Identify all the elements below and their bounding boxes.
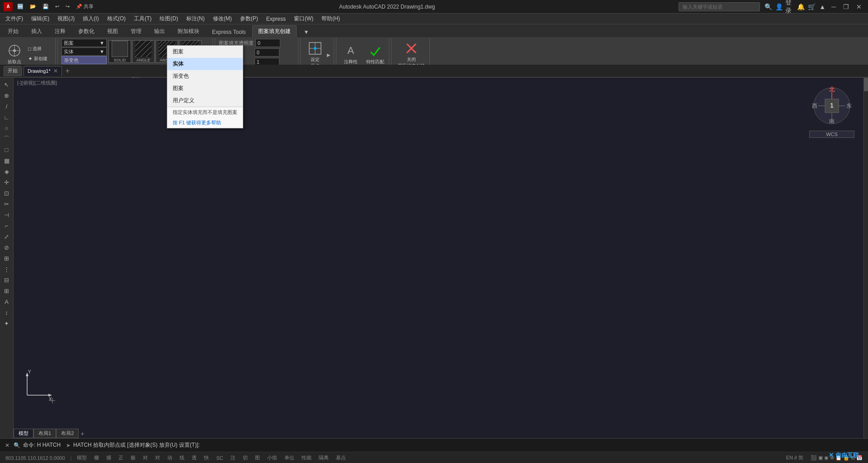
status-polar[interactable]: 极 <box>129 454 137 462</box>
tab-model[interactable]: 模型 <box>14 429 33 438</box>
canvas-area[interactable]: [-][俯视][二维线圈] 北 南 西 东 1 <box>14 78 863 438</box>
origin-sub1[interactable]: ▶ <box>327 52 330 57</box>
hatch-gradient-row[interactable]: 渐变色 <box>61 56 107 64</box>
dropdown-help[interactable]: 按 F1 键获得更多帮助 <box>167 118 243 128</box>
status-transparency[interactable]: 透 <box>190 454 198 462</box>
cancel-x-btn[interactable]: ✕ <box>4 442 11 449</box>
menu-file[interactable]: 文件(F) <box>2 14 27 24</box>
tool-extend[interactable]: ⊣ <box>1 210 13 220</box>
new-btn[interactable]: ✦ 新创建 <box>26 54 53 63</box>
match-prop-btn[interactable]: 特性匹配 <box>363 41 387 66</box>
tab-start[interactable]: 开始 <box>4 66 22 76</box>
tab-express-tools[interactable]: Express Tools <box>206 27 251 37</box>
minimize-btn[interactable]: ─ <box>829 2 839 11</box>
annotative-btn[interactable]: A 注释性 <box>340 41 362 66</box>
menu-express[interactable]: Express <box>263 15 289 23</box>
tab-params[interactable]: 参数化 <box>72 25 100 37</box>
menu-draw[interactable]: 绘图(D) <box>156 14 182 24</box>
close-btn[interactable]: ✕ <box>854 2 864 11</box>
status-unit[interactable]: 单位 <box>283 454 296 462</box>
status-quick[interactable]: 快 <box>202 454 211 462</box>
tool-arc[interactable]: ⌒ <box>1 134 13 144</box>
pick-point-btn[interactable]: 拾取点 <box>4 41 25 66</box>
status-ortho[interactable]: 正 <box>117 454 125 462</box>
status-ann[interactable]: 注 <box>229 454 237 462</box>
dropdown-item-user[interactable]: 用户定义 <box>167 94 243 107</box>
status-cut[interactable]: 切 <box>241 454 250 462</box>
tool-polyline[interactable]: ∟ <box>1 112 13 122</box>
tool-misc[interactable]: ✦ <box>1 318 13 328</box>
dropdown-item-pattern[interactable]: 图案 <box>167 46 243 58</box>
user-icon[interactable]: 👤 <box>774 2 783 11</box>
tool-fillet[interactable]: ⌐ <box>1 221 13 231</box>
menu-window[interactable]: 窗口(W) <box>290 14 317 24</box>
status-snap[interactable]: 捕 <box>104 454 113 462</box>
dropdown-item-hatch[interactable]: 图案 <box>167 82 243 94</box>
tool-gradient[interactable]: ◈ <box>1 166 13 176</box>
settings-icon[interactable]: ▲ <box>818 2 827 11</box>
tab-view[interactable]: 视图 <box>101 25 124 37</box>
quick-undo-btn[interactable]: ↩ <box>53 3 61 10</box>
menu-params[interactable]: 参数(P) <box>236 14 262 24</box>
tool-move[interactable]: ✛ <box>1 177 13 187</box>
menu-help[interactable]: 帮助(H) <box>318 14 344 24</box>
tool-scale[interactable]: ⤢ <box>1 232 13 241</box>
cancel-search-icon[interactable]: 🔍 <box>14 442 20 449</box>
tab-extra[interactable]: ▼ <box>297 27 315 37</box>
hatch-solid-row[interactable]: 实体 ▼ <box>61 47 107 56</box>
tab-home[interactable]: 开始 <box>2 25 24 37</box>
tool-rect[interactable]: □ <box>1 145 13 155</box>
tab-drawing1-close[interactable]: ✕ <box>53 68 58 74</box>
swatch-solid[interactable]: SOLID <box>108 40 131 63</box>
login-label[interactable]: 登录 <box>785 2 794 11</box>
status-lineweight[interactable]: 线 <box>178 454 186 462</box>
tool-select[interactable]: ↖ <box>1 80 13 90</box>
quick-new-btn[interactable]: 🆕 <box>15 3 25 10</box>
status-perf[interactable]: 性能 <box>300 454 313 462</box>
tool-text[interactable]: A <box>1 297 13 307</box>
status-grid[interactable]: 栅 <box>92 454 101 462</box>
status-osnap2[interactable]: 对 <box>153 454 162 462</box>
status-dynamic[interactable]: 动 <box>165 454 174 462</box>
status-model[interactable]: 模型 <box>75 454 89 462</box>
v-scroll-thumb[interactable] <box>864 78 868 91</box>
dropdown-item-gradient[interactable]: 渐变色 <box>167 70 243 82</box>
search-input[interactable] <box>679 2 760 11</box>
menu-edit[interactable]: 编辑(E) <box>28 14 53 24</box>
transparency-input[interactable] <box>255 39 280 47</box>
tab-layout2[interactable]: 布局2 <box>56 429 79 438</box>
status-base[interactable]: 基点 <box>334 454 348 462</box>
menu-format[interactable]: 格式(O) <box>104 14 129 24</box>
restore-btn[interactable]: ❐ <box>840 2 852 11</box>
tool-offset[interactable]: ⊘ <box>1 242 13 252</box>
angle-input[interactable] <box>255 48 279 57</box>
tab-layout1[interactable]: 布局1 <box>33 429 56 438</box>
tool-mirror[interactable]: ⊞ <box>1 253 13 263</box>
tool-table[interactable]: ⊞ <box>1 286 13 296</box>
tab-annotate[interactable]: 注释 <box>49 25 71 37</box>
coords-display[interactable]: 803.1105 110.1612 0.0000 <box>4 454 67 462</box>
tool-copy[interactable]: ⊡ <box>1 188 13 198</box>
tab-add-btn[interactable]: + <box>64 67 71 75</box>
select-objects-btn[interactable]: □ 选择 <box>26 44 53 53</box>
hatch-type-dropdown-trigger[interactable]: 图案 ▼ <box>61 39 107 47</box>
tool-trim[interactable]: ✂ <box>1 199 13 209</box>
tool-pick[interactable]: ⊕ <box>1 90 13 100</box>
lang-display[interactable]: EN ∂ 简 <box>784 454 805 462</box>
tab-output[interactable]: 输出 <box>148 25 171 37</box>
cart-icon[interactable]: 🛒 <box>807 2 816 11</box>
tab-hatch-create[interactable]: 图案填充创建 <box>252 25 297 37</box>
status-isolate[interactable]: 隔离 <box>317 454 330 462</box>
menu-insert[interactable]: 插入(I) <box>79 14 102 24</box>
quick-save-btn[interactable]: 💾 <box>41 3 51 10</box>
status-osnap1[interactable]: 对 <box>141 454 150 462</box>
tab-addons[interactable]: 附加模块 <box>172 25 205 37</box>
quick-share-btn[interactable]: 📌 共享 <box>74 2 95 11</box>
quick-open-btn[interactable]: 📂 <box>28 3 38 10</box>
tool-array[interactable]: ⋮ <box>1 264 13 274</box>
v-scrollbar[interactable] <box>863 78 868 438</box>
menu-modify[interactable]: 修改(M) <box>209 14 236 24</box>
menu-tools[interactable]: 工具(T) <box>130 14 155 24</box>
status-sc[interactable]: SC <box>214 454 225 462</box>
tool-block[interactable]: ⊟ <box>1 275 13 285</box>
